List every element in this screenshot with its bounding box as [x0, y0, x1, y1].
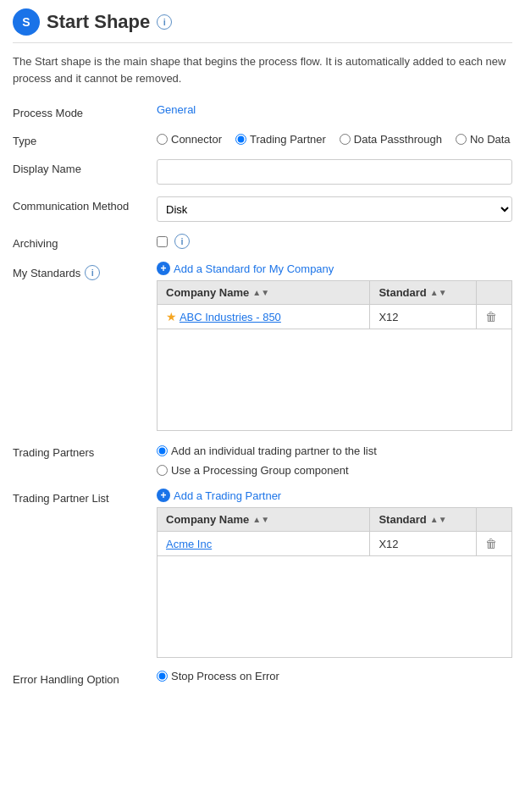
app-icon: S — [13, 8, 40, 36]
type-no-data-option[interactable]: No Data — [456, 133, 511, 146]
type-trading-partner-option[interactable]: Trading Partner — [235, 133, 326, 146]
trading-partners-row: Trading Partners Add an individual tradi… — [13, 443, 512, 477]
trading-partner-list-label: Trading Partner List — [13, 489, 148, 505]
my-standards-company-header: Company Name ▲▼ — [158, 281, 370, 305]
trading-partner-delete-cell: 🗑 — [477, 532, 512, 556]
type-connector-radio[interactable] — [157, 134, 168, 145]
add-partner-link[interactable]: + Add a Trading Partner — [157, 489, 281, 502]
my-standards-standard-cell: X12 — [370, 305, 477, 329]
trading-partner-empty-row — [158, 556, 512, 658]
archiving-info-icon[interactable]: i — [174, 234, 190, 249]
add-standard-link[interactable]: + Add a Standard for My Company — [157, 262, 334, 275]
communication-method-label: Communication Method — [13, 196, 148, 213]
trading-partners-label: Trading Partners — [13, 443, 148, 459]
trading-partners-group-radio[interactable] — [157, 465, 168, 476]
add-partner-row: + Add a Trading Partner — [157, 489, 512, 502]
trading-partner-list-control: + Add a Trading Partner Company Name ▲▼ … — [157, 489, 512, 658]
display-name-control — [157, 159, 512, 185]
page-title: Start Shape — [47, 11, 150, 33]
display-name-row: Display Name — [13, 159, 512, 185]
page-info-icon[interactable]: i — [157, 14, 172, 30]
trading-partner-empty-cell — [158, 556, 512, 658]
error-handling-stop-option[interactable]: Stop Process on Error — [157, 670, 512, 682]
trading-partners-control: Add an individual trading partner to the… — [157, 443, 512, 477]
trading-partners-individual-radio[interactable] — [157, 445, 168, 456]
standard-sort-icon[interactable]: ▲▼ — [430, 288, 447, 297]
type-data-passthrough-radio[interactable] — [340, 134, 351, 145]
my-standards-label: My Standards i — [13, 262, 148, 280]
process-mode-link[interactable]: General — [157, 103, 196, 116]
type-data-passthrough-option[interactable]: Data Passthrough — [340, 133, 442, 146]
display-name-label: Display Name — [13, 159, 148, 175]
my-standards-control: + Add a Standard for My Company Company … — [157, 262, 512, 431]
my-standards-table-body: ★ ABC Industries - 850 X12 🗑 — [158, 305, 512, 431]
tp-company-sort-icon[interactable]: ▲▼ — [252, 515, 269, 524]
company-sort-icon[interactable]: ▲▼ — [252, 288, 269, 297]
error-handling-stop-radio[interactable] — [157, 671, 168, 682]
add-partner-plus-icon: + — [157, 489, 170, 502]
my-standards-empty-cell — [158, 329, 512, 431]
my-standards-action-header — [477, 281, 512, 305]
table-row: Acme Inc X12 🗑 — [158, 532, 512, 556]
type-label: Type — [13, 131, 148, 147]
add-standard-row: + Add a Standard for My Company — [157, 262, 512, 275]
archiving-checkbox[interactable] — [157, 236, 168, 247]
trading-partner-company-link[interactable]: Acme Inc — [166, 538, 212, 550]
trading-partner-list-table: Company Name ▲▼ Standard ▲▼ — [157, 507, 512, 658]
my-standards-row: My Standards i + Add a Standard for My C… — [13, 262, 512, 431]
my-standards-delete-icon[interactable]: 🗑 — [485, 310, 497, 323]
error-handling-control: Stop Process on Error — [157, 670, 512, 682]
tp-standard-sort-icon[interactable]: ▲▼ — [430, 515, 447, 524]
display-name-input[interactable] — [157, 159, 512, 185]
process-mode-row: Process Mode General — [13, 103, 512, 119]
add-standard-plus-icon: + — [157, 262, 170, 275]
type-row: Type Connector Trading Partner Data Pass… — [13, 131, 512, 147]
archiving-control: i — [157, 234, 512, 249]
my-standards-company-cell: ★ ABC Industries - 850 — [158, 305, 370, 329]
my-standards-header-row: Company Name ▲▼ Standard ▲▼ — [158, 281, 512, 305]
archiving-row: Archiving i — [13, 234, 512, 250]
type-connector-option[interactable]: Connector — [157, 133, 222, 146]
type-no-data-radio[interactable] — [456, 134, 467, 145]
page-description: The Start shape is the main shape that b… — [13, 53, 512, 86]
page-header: S Start Shape i — [13, 8, 512, 43]
trading-partner-list-row: Trading Partner List + Add a Trading Par… — [13, 489, 512, 658]
communication-method-select[interactable]: Disk FTP HTTP SFTP — [157, 196, 512, 222]
my-standards-company-link[interactable]: ABC Industries - 850 — [180, 311, 281, 323]
trading-partner-standard-header: Standard ▲▼ — [370, 508, 477, 532]
communication-method-row: Communication Method Disk FTP HTTP SFTP — [13, 196, 512, 222]
table-row: ★ ABC Industries - 850 X12 🗑 — [158, 305, 512, 329]
process-mode-value: General — [157, 103, 512, 116]
archiving-label: Archiving — [13, 234, 148, 250]
trading-partner-action-header — [477, 508, 512, 532]
trading-partner-table-body: Acme Inc X12 🗑 — [158, 532, 512, 658]
my-standards-table: Company Name ▲▼ Standard ▲▼ — [157, 280, 512, 431]
my-standards-standard-header: Standard ▲▼ — [370, 281, 477, 305]
my-standards-empty-row — [158, 329, 512, 431]
process-mode-label: Process Mode — [13, 103, 148, 119]
my-standards-info-icon[interactable]: i — [85, 265, 100, 280]
trading-partner-header-row: Company Name ▲▼ Standard ▲▼ — [158, 508, 512, 532]
type-radio-group: Connector Trading Partner Data Passthrou… — [157, 131, 512, 146]
communication-method-control: Disk FTP HTTP SFTP — [157, 196, 512, 222]
type-trading-partner-radio[interactable] — [235, 134, 246, 145]
trading-partner-delete-icon[interactable]: 🗑 — [485, 537, 497, 550]
my-standards-delete-cell: 🗑 — [477, 305, 512, 329]
trading-partner-standard-cell: X12 — [370, 532, 477, 556]
trading-partner-company-cell: Acme Inc — [158, 532, 370, 556]
trading-partner-company-header: Company Name ▲▼ — [158, 508, 370, 532]
trading-partners-individual-option[interactable]: Add an individual trading partner to the… — [157, 445, 377, 457]
star-icon: ★ — [166, 310, 177, 323]
trading-partners-group-option[interactable]: Use a Processing Group component — [157, 464, 349, 477]
trading-partners-radio-group: Add an individual trading partner to the… — [157, 443, 512, 477]
error-handling-row: Error Handling Option Stop Process on Er… — [13, 670, 512, 686]
error-handling-label: Error Handling Option — [13, 670, 148, 686]
